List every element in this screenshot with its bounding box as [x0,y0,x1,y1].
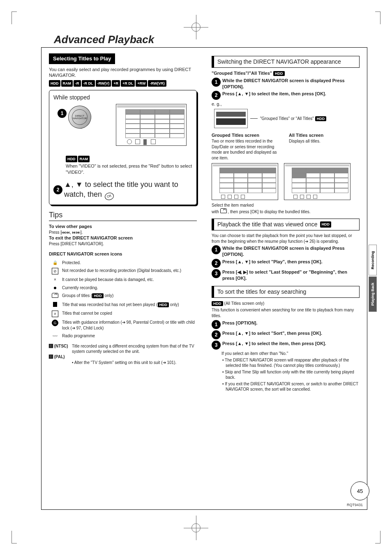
icon-desc: Title that was recorded but has not yet … [61,301,197,310]
disc-badge: HDD [49,80,60,87]
all-t: Displays all titles. [289,138,360,144]
crop-mark [375,531,380,543]
icon-desc: It cannot be played because data is dama… [61,276,197,284]
hdd-badge: HDD [273,71,285,76]
leader-line [250,118,258,119]
icon-desc: Protected. [61,259,197,267]
document-code: RQT9431 [347,503,363,507]
no-record-icon: ⊘ [52,268,58,274]
eg-thumbnail [214,109,248,128]
icon-desc: Groups of titles (HDD only) [61,292,197,301]
icons-table: 🔒 Protected. ⊘ Not recorded due to recor… [49,259,197,341]
square-icon [135,139,140,144]
tips-exit-h: To exit the DIRECT NAVIGATOR screen [49,235,197,241]
all-screen-mock [284,163,350,200]
disc-badge: +R DL [121,80,135,87]
disc-formats: HDD RAM -R -R DL -RW(V) +R +R DL +RW -RW… [49,80,197,87]
group-icon [52,293,58,298]
tips-exit-t: Press [DIRECT NAVIGATOR]. [49,241,197,247]
playback-intro: You can choose to start the playback fro… [212,233,360,244]
disc-badge: RAM [78,156,90,162]
step-1-badge: 1 [212,320,221,329]
left-column: Selecting Titles to Play You can easily … [42,48,204,509]
sort-step2: Press [▲, ▼] to select "Sort", then pres… [222,330,360,336]
button-label: DIRECT NAVIGATOR [73,115,87,120]
side-tabs: Recording Playing Back [369,245,377,312]
ok-icon: OK [104,192,114,201]
ntsc-tag: 🅱 (NTSC) [49,343,72,354]
disc-badge: +R [112,80,120,87]
step-2-badge: 2 [212,330,221,339]
disc-badge: HDD [66,156,77,162]
intro-text: You can easily select and play recorded … [49,67,197,79]
hdd-badge: HDD [158,302,169,307]
right-column: Switching the DIRECT NAVIGATOR appearanc… [204,48,367,509]
no-copy-icon: ⊘ [52,311,58,317]
hdd-ram-note: When "VIDEO" is not selected, press the … [66,163,192,175]
hdd-badge: HDD [315,116,327,121]
tab-recording: Recording [369,245,377,276]
section-selecting-titles: Selecting Titles to Play [49,53,115,64]
icon-desc: Titles with guidance information (➔ 98, … [61,318,197,332]
step-1-badge: 1 [212,245,221,254]
all-h: All Titles screen [289,132,360,138]
while-stopped-label: While stopped [53,94,192,101]
guidance-icon: G [52,320,58,326]
step-2-badge: 2 [53,185,62,194]
step-3-badge: 3 [212,269,221,278]
sort-step3: Press [▲, ▼] to select the item, then pr… [222,341,360,347]
page-title: Advanced Playback [54,33,154,46]
icon-desc: Titles that cannot be copied [61,309,197,318]
disc-badge: -RW(VR) [148,80,166,87]
callout-text: "Grouped Titles" or "All Titles" HDD [260,116,326,122]
sort-header: To sort the titles for easy searching [212,286,360,298]
step-3-badge: 3 [212,341,221,350]
tips-other-pages-h: To view other pages [49,223,197,230]
dot-icon [127,139,132,144]
icons-heading: DIRECT NAVIGATOR screen icons [49,251,197,257]
recording-icon [54,287,56,289]
sw-step1: While the DIRECT NAVIGATOR screen is dis… [222,78,360,90]
tab-playing-back: Playing Back [369,276,377,312]
sort-bullet: • Skip and Time Slip will function only … [221,369,360,380]
grouped-screen-mock [212,163,278,200]
sw-step2: Press [▲, ▼] to select the item, then pr… [222,91,360,97]
eg-label: e. g., [212,101,360,107]
grouped-t: Two or more titles recorded in the Day/D… [212,138,282,161]
hdd-badge: HDD [212,301,223,306]
tips-heading: Tips [49,210,197,220]
registration-mark [191,23,201,32]
pal-tag: 🅱 (PAL) [49,354,72,360]
group-icon [220,208,227,213]
page-number: 45 [350,481,369,500]
hdd-badge: HDD [320,221,332,227]
pb-step1: While the DIRECT NAVIGATOR screen is dis… [222,245,360,258]
sort-note-intro: If you select an item other than "No." [221,351,360,357]
square-icon [151,139,156,144]
direct-navigator-button-icon: DIRECT NAVIGATOR [65,102,95,132]
sort-step1: Press [OPTION]. [222,320,360,326]
icon-desc: Not recorded due to recording protection… [61,267,197,276]
crop-mark [12,531,17,543]
damaged-icon: × [54,277,56,282]
system-bullet: • Alter the "TV System" setting on this … [72,360,197,366]
grid-icon [143,139,148,143]
playback-header: Playback the title that was viewed once … [212,219,360,230]
icon-desc: Radio programme [61,332,197,341]
sort-sub: HDD (All Titles screen only) [212,300,360,306]
registration-mark [191,523,201,532]
disc-badge: +RW [136,80,147,87]
navigator-screen-mock [116,104,187,146]
icon-desc: Currently recording. [61,284,197,292]
two-screenshots [212,163,360,200]
step-1-badge: 1 [212,78,221,87]
crop-mark [375,12,380,24]
manual-page: Advanced Playback Recording Playing Back… [0,0,392,555]
tips-other-pages-t: Press [⏮⏮, ⏭⏭]. [49,230,197,235]
disc-badge: -R DL [82,80,95,87]
step-1-badge: 1 [58,109,67,118]
disc-badge: -R [74,80,81,87]
select-marked: Select the item marked with , then press… [212,203,360,214]
procedure-box: While stopped 1 DIRECT NAVIGATOR [49,90,197,205]
system-text: Title recorded using a different encodin… [72,344,194,354]
